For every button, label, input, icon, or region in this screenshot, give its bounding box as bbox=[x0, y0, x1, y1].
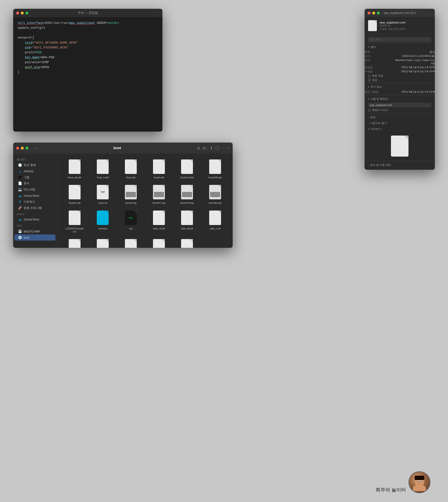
file-fixup4db[interactable]: fixup4db.dat bbox=[201, 157, 229, 181]
file-kernel7l[interactable]: kernel7l.img bbox=[173, 183, 201, 206]
file-thumb bbox=[96, 159, 110, 175]
sidebar-item-desktop[interactable]: 💻 데스크탑 bbox=[15, 186, 56, 193]
sidebar-item-bootcamp[interactable]: 💾 BOOTCAMP bbox=[15, 228, 56, 234]
file-ssh[interactable]: ssh bbox=[117, 208, 145, 235]
locked-checkbox[interactable] bbox=[368, 79, 371, 81]
file-thumb bbox=[68, 238, 82, 248]
file-icon bbox=[69, 159, 80, 174]
finder-traffic-lights bbox=[16, 147, 28, 150]
info-general-section[interactable]: ▾ 일반: bbox=[365, 44, 435, 50]
file-start4x[interactable]: start4x.elf bbox=[173, 237, 201, 248]
file-start4cd[interactable]: start4cd.elf bbox=[117, 237, 145, 248]
tag-icon[interactable]: ◯ bbox=[215, 146, 219, 150]
info-comments-section[interactable]: › 설명: bbox=[365, 114, 435, 120]
file-thumb bbox=[68, 210, 82, 226]
folder-icon bbox=[97, 211, 109, 225]
back-button[interactable]: ‹ bbox=[33, 146, 35, 150]
file-start4[interactable]: start4.elf bbox=[89, 237, 117, 248]
file-overlays[interactable]: overlays bbox=[89, 208, 117, 235]
info-name-section[interactable]: ▾ 이름 및 확장자: bbox=[365, 96, 435, 102]
file-thumb bbox=[96, 210, 110, 226]
finder-fullscreen-button[interactable] bbox=[25, 147, 28, 150]
info-original-file-row: 원본 파일 bbox=[365, 74, 435, 78]
file-icon bbox=[69, 239, 80, 248]
file-icon bbox=[181, 211, 193, 225]
view-options-icon[interactable]: ⊞↕ bbox=[203, 146, 207, 150]
chevron-down-icon-4: ▾ bbox=[368, 128, 369, 130]
file-icon bbox=[69, 211, 80, 225]
info-minimize-button[interactable] bbox=[372, 12, 375, 15]
sidebar-item-applications[interactable]: 🚀 응용 프로그램 bbox=[15, 205, 56, 211]
editor-line-11: } bbox=[17, 70, 158, 75]
file-start_cd[interactable]: start_cd.elf bbox=[145, 208, 173, 235]
sidebar-item-icloud[interactable]: ☁ iCloud Drive bbox=[15, 216, 56, 222]
editor-line-7: proto=RSN bbox=[17, 50, 158, 55]
original-file-checkbox[interactable] bbox=[368, 75, 371, 77]
file-icon bbox=[97, 239, 109, 248]
watermark-text: 희주의 놀이터 bbox=[376, 487, 406, 493]
file-start_x[interactable]: start_x.elf bbox=[201, 208, 229, 235]
file-kernel[interactable]: kernel.img bbox=[117, 183, 145, 206]
info-name-field[interactable]: wpa_supplicant.conf bbox=[368, 103, 431, 107]
chevron-right-icon: › bbox=[368, 116, 369, 118]
file-thumb bbox=[152, 238, 166, 248]
editor-line-6: psk="WIFI_PASSWORD_HERE" bbox=[17, 45, 158, 50]
editor-body[interactable]: ctrl_interface=DIR=/var/run/wpa_supplica… bbox=[13, 17, 162, 78]
info-open-with-section[interactable]: › 다음으로 열기: bbox=[365, 120, 435, 126]
sidebar-item-icloud-drive[interactable]: ☁ iCloud Drive bbox=[15, 193, 56, 199]
chevron-down-icon-2: ▾ bbox=[368, 86, 369, 88]
file-name: fixup4x.dat bbox=[69, 201, 80, 204]
sidebar-item-recent[interactable]: 🕐 최근 항목 bbox=[15, 162, 56, 168]
close-button[interactable] bbox=[16, 12, 19, 15]
preview-file-icon bbox=[391, 136, 408, 157]
downloads-icon: ⬇ bbox=[18, 200, 22, 204]
forward-button[interactable]: › bbox=[36, 146, 37, 150]
sidebar-item-airdrop[interactable]: ⟁ AirDrop bbox=[15, 168, 56, 174]
file-name: start_x.elf bbox=[210, 227, 220, 230]
file-fixup4x[interactable]: fixup4x.dat bbox=[61, 183, 89, 206]
file-start_db[interactable]: start_db.elf bbox=[173, 208, 201, 235]
file-fixup4[interactable]: fixup4.dat bbox=[145, 157, 173, 181]
file-start[interactable]: start.elf bbox=[61, 237, 89, 248]
file-start4db[interactable]: start4db.elf bbox=[145, 237, 173, 248]
view-grid-icon[interactable]: ⊞ bbox=[197, 146, 200, 150]
applications-icon: 🚀 bbox=[18, 206, 22, 210]
info-sharing-section[interactable]: › 공유 및 사용 권한: bbox=[365, 162, 435, 168]
finder-minimize-button[interactable] bbox=[21, 147, 24, 150]
info-tag-field[interactable]: 태그 추가... bbox=[368, 37, 431, 42]
file-issue[interactable]: issue.txt bbox=[89, 183, 117, 206]
sidebar-item-boot[interactable]: 💿 boot bbox=[15, 234, 56, 241]
svg-point-6 bbox=[421, 481, 422, 482]
file-fixup_db[interactable]: fixup_db.dat bbox=[61, 157, 89, 181]
chevron-down-icon-3: ▾ bbox=[368, 98, 369, 100]
info-extra-section[interactable]: ▾ 추가 정보: bbox=[365, 84, 435, 90]
minimize-button[interactable] bbox=[21, 12, 24, 15]
finder-close-button[interactable] bbox=[16, 147, 19, 150]
avatar-svg bbox=[411, 473, 428, 491]
file-icon bbox=[153, 185, 165, 199]
info-fullscreen-button[interactable] bbox=[377, 12, 380, 15]
file-fixup4cd[interactable]: fixup4cd.dat bbox=[173, 157, 201, 181]
icloud-drive-icon: ☁ bbox=[18, 194, 22, 198]
share-icon[interactable]: ⬆ bbox=[210, 146, 213, 150]
info-preview-section[interactable]: ▾ 미리보기: bbox=[365, 126, 435, 132]
more-icon[interactable]: ··· bbox=[222, 146, 225, 150]
sidebar-item-documents[interactable]: 📄 문서 bbox=[15, 180, 56, 186]
hide-ext-checkbox[interactable] bbox=[368, 109, 371, 112]
chevron-right-icon-3: › bbox=[368, 164, 369, 166]
file-kernel7[interactable]: kernel7.img bbox=[145, 183, 173, 206]
sidebar-item-downloads[interactable]: ⬇ 다운로드 bbox=[15, 199, 56, 205]
info-close-button[interactable] bbox=[368, 12, 370, 15]
info-preview-area bbox=[365, 132, 435, 160]
fullscreen-button[interactable] bbox=[25, 12, 28, 15]
file-fixup[interactable]: fixup.dat bbox=[117, 157, 145, 181]
sidebar-item-pictures[interactable]: 🖼 그림 bbox=[15, 174, 56, 180]
file-fixup_x[interactable]: fixup_x.dat bbox=[89, 157, 117, 181]
file-thumb bbox=[124, 159, 138, 175]
search-icon[interactable]: ⌕ bbox=[227, 146, 230, 150]
file-licence[interactable]: LICENCE.broadcom bbox=[61, 208, 89, 235]
file-name: kernel.img bbox=[125, 201, 137, 204]
info-traffic-lights bbox=[368, 12, 380, 15]
sidebar-airdrop-label: AirDrop bbox=[24, 169, 33, 173]
file-kernel8[interactable]: kernel8.img bbox=[201, 183, 229, 206]
